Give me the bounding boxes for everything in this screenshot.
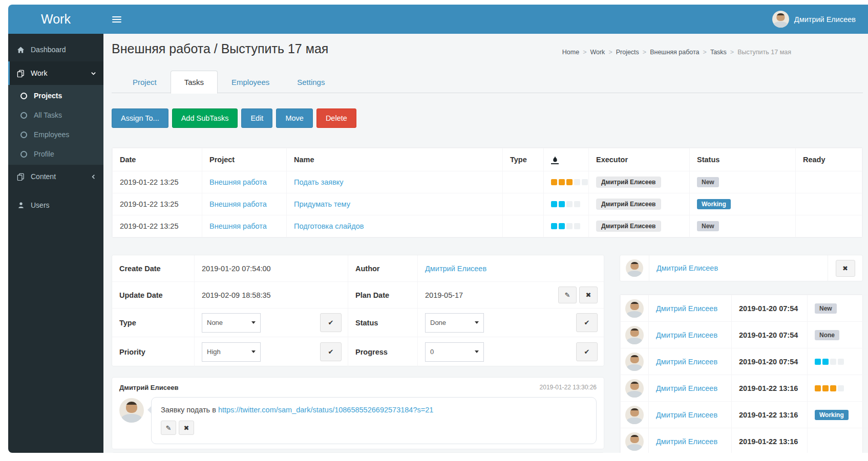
- move-button[interactable]: Move: [276, 108, 312, 128]
- chevron-down-icon: [91, 71, 96, 76]
- activity-status-badge: New: [815, 303, 837, 314]
- activity-date: 2019-01-20 07:54: [732, 295, 808, 322]
- activity-avatar: [625, 353, 644, 371]
- caret-down-icon: [251, 321, 256, 324]
- sidebar-item-employees[interactable]: Employees: [8, 125, 103, 144]
- close-icon: ✖: [842, 265, 848, 272]
- activity-date: 2019-01-20 07:54: [732, 322, 808, 348]
- activity-user-link[interactable]: Дмитрий Елисеев: [656, 437, 717, 446]
- brand-logo[interactable]: Work: [8, 5, 103, 34]
- delete-button[interactable]: Delete: [316, 108, 356, 128]
- sidebar-item-projects[interactable]: Projects: [8, 86, 103, 105]
- home-icon: [16, 46, 25, 54]
- sidebar-item-profile[interactable]: Profile: [8, 144, 103, 164]
- circle-icon: [19, 112, 28, 119]
- comment-avatar: [119, 398, 144, 423]
- table-row[interactable]: 2019-01-22 13:25 Внешняя работа Придумат…: [113, 193, 862, 215]
- priority-blocks: [551, 179, 588, 185]
- task-link[interactable]: Подготовка слайдов: [294, 222, 364, 230]
- caret-down-icon: [251, 350, 256, 353]
- app-window: Work Дмитрий Елисеев Dashboard Work: [8, 5, 868, 453]
- sidebar-item-dashboard[interactable]: Dashboard: [8, 38, 103, 61]
- user-menu[interactable]: Дмитрий Елисеев: [760, 5, 868, 34]
- breadcrumb-current: Выступить 17 мая: [737, 49, 791, 56]
- type-select[interactable]: None: [202, 313, 261, 333]
- comment-timestamp: 2019-01-22 13:30:26: [540, 384, 597, 391]
- status-label: Status: [348, 309, 417, 337]
- delete-comment-button[interactable]: ✖: [179, 421, 194, 435]
- apply-priority-button[interactable]: ✔: [320, 342, 342, 361]
- plan-date-value: 2019-05-17: [425, 291, 463, 299]
- circle-icon: [19, 151, 28, 158]
- sidebar-item-users[interactable]: Users: [8, 193, 103, 217]
- breadcrumb-project[interactable]: Внешняя работа: [650, 49, 699, 56]
- caret-down-icon: [475, 350, 479, 353]
- apply-type-button[interactable]: ✔: [320, 313, 342, 332]
- breadcrumb-projects[interactable]: Projects: [616, 49, 639, 56]
- priority-blocks: [551, 201, 588, 207]
- circle-icon: [19, 93, 28, 99]
- user-avatar: [772, 11, 789, 28]
- status-badge: New: [697, 177, 719, 187]
- comment-bubble: Заявку подать в https://twitter.com/sam_…: [151, 397, 597, 444]
- assigned-user-link[interactable]: Дмитрий Елисеев: [657, 264, 718, 272]
- user-icon: [16, 202, 25, 209]
- assigned-avatar: [626, 259, 643, 277]
- progress-select[interactable]: 0: [425, 342, 484, 362]
- project-link[interactable]: Внешняя работа: [209, 200, 267, 208]
- plan-date-label: Plan Date: [348, 282, 417, 308]
- breadcrumb: Home > Work > Projects > Внешняя работа …: [562, 49, 791, 56]
- activity-user-link[interactable]: Дмитрий Елисеев: [656, 358, 717, 366]
- tab-tasks[interactable]: Tasks: [171, 71, 218, 94]
- breadcrumb-home[interactable]: Home: [562, 49, 579, 56]
- tab-settings[interactable]: Settings: [283, 71, 338, 94]
- edit-button[interactable]: Edit: [241, 108, 272, 128]
- activity-date: 2019-01-22 13:16: [732, 375, 808, 402]
- executor-badge: Дмитрий Елисеев: [596, 177, 661, 188]
- table-row[interactable]: 2019-01-22 13:25 Внешняя работа Подготов…: [113, 215, 862, 237]
- activity-user-link[interactable]: Дмитрий Елисеев: [656, 331, 717, 339]
- check-icon: ✔: [584, 348, 590, 356]
- clear-plan-date-button[interactable]: ✖: [579, 287, 598, 303]
- breadcrumb-work[interactable]: Work: [590, 49, 605, 56]
- assign-to-button[interactable]: Assign To...: [112, 108, 168, 128]
- priority-blocks: [551, 223, 588, 229]
- type-label: Type: [112, 319, 194, 327]
- task-link[interactable]: Подать заявку: [294, 178, 344, 186]
- project-link[interactable]: Внешняя работа: [209, 178, 267, 186]
- hamburger-icon: [112, 16, 121, 17]
- remove-assigned-user-button[interactable]: ✖: [836, 260, 855, 277]
- activity-user-link[interactable]: Дмитрий Елисеев: [656, 384, 717, 392]
- activity-user-link[interactable]: Дмитрий Елисеев: [656, 304, 717, 313]
- sidebar-toggle-button[interactable]: [103, 5, 129, 34]
- task-link[interactable]: Придумать тему: [294, 200, 350, 208]
- edit-plan-date-button[interactable]: ✎: [558, 287, 577, 303]
- status-select[interactable]: Done: [425, 313, 484, 333]
- list-item: Дмитрий Елисеев 2019-01-22 13:16: [621, 428, 868, 453]
- project-link[interactable]: Внешняя работа: [209, 222, 267, 230]
- priority-select[interactable]: High: [202, 342, 261, 362]
- caret-down-icon: [475, 321, 479, 324]
- sidebar-item-all-tasks[interactable]: All Tasks: [8, 105, 103, 125]
- add-subtasks-button[interactable]: Add SubTasks: [172, 108, 238, 128]
- activity-avatar: [625, 432, 644, 451]
- apply-progress-button[interactable]: ✔: [576, 342, 598, 361]
- pencil-icon: ✎: [166, 424, 172, 432]
- apply-status-button[interactable]: ✔: [576, 313, 598, 332]
- check-icon: ✔: [584, 319, 590, 326]
- breadcrumb-tasks[interactable]: Tasks: [710, 49, 727, 56]
- author-label: Author: [348, 255, 417, 281]
- tab-project[interactable]: Project: [119, 71, 171, 94]
- sidebar-item-content[interactable]: Content: [8, 165, 103, 188]
- status-badge: Working: [697, 199, 731, 209]
- list-item: Дмитрий Елисеев 2019-01-22 13:16 Working: [621, 402, 868, 428]
- author-link[interactable]: Дмитрий Елисеев: [425, 265, 486, 273]
- sidebar-item-work[interactable]: Work: [8, 61, 103, 85]
- comment-link[interactable]: https://twitter.com/sam_dark/status/1086…: [218, 406, 433, 414]
- tab-employees[interactable]: Employees: [218, 71, 283, 94]
- sidebar: Dashboard Work Projects All Tasks Employ…: [8, 34, 103, 453]
- table-row[interactable]: 2019-01-22 13:25 Внешняя работа Подать з…: [113, 171, 862, 193]
- activity-user-link[interactable]: Дмитрий Елисеев: [656, 411, 717, 419]
- edit-comment-button[interactable]: ✎: [161, 421, 176, 435]
- priority-blocks: [815, 385, 868, 391]
